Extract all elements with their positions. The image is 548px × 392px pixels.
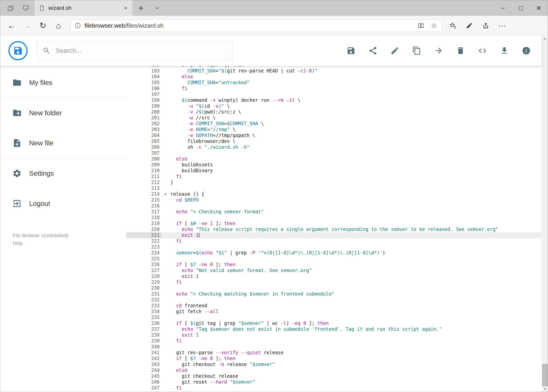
code-line-243: 243 git checkout -b release "$semver" (126, 362, 542, 367)
code-line-236: 236 if [ $(git tag | grep "$semver" | wc… (126, 320, 542, 326)
code-text: git checkout release (162, 373, 238, 379)
edit-icon[interactable] (390, 46, 400, 55)
search-input[interactable]: Search... (37, 41, 232, 61)
text-cursor (199, 233, 199, 237)
code-line-231: 231 echo "> Checking matching $semver in… (126, 291, 542, 297)
line-number: 200 (126, 109, 162, 115)
scroll-down-icon[interactable]: ▼ (542, 386, 548, 392)
line-number: 198 (126, 97, 162, 103)
browser-tab[interactable]: wizard.sh × (35, 0, 132, 16)
code-editor[interactable]: 192 if [ -d ".git" ]; then193 COMMIT_SHA… (126, 66, 542, 392)
site-info-icon[interactable] (74, 22, 81, 29)
tab-close-icon[interactable]: × (123, 5, 128, 11)
code-line-211: 211 fi (126, 174, 542, 179)
app-body: My filesNew folderNew fileSettingsLogout… (0, 66, 542, 392)
code-line-226: 226 if [ $? -ne 0 ]; then (126, 262, 542, 267)
scrollbar-thumb[interactable] (542, 364, 548, 386)
editor-toolbar (346, 46, 531, 55)
tab-bar-left (0, 0, 34, 16)
code-line-241: 241 git rev-parse --verify --quiet relea… (126, 350, 542, 356)
search-icon (43, 47, 50, 55)
code-text (162, 285, 170, 291)
line-number: 246 (126, 379, 162, 385)
code-text: buildBinary (162, 168, 213, 174)
folder-icon (12, 78, 22, 87)
line-number: 230 (126, 285, 162, 291)
line-number: 202 (126, 121, 162, 127)
download-icon[interactable] (500, 46, 509, 55)
code-text: echo "> Checking semver format" (162, 209, 264, 215)
code-line-219: 219 if [ $# -ne 1 ]; then (126, 221, 542, 226)
url-text: filebrowser.web/files/wizard.sh (84, 22, 164, 29)
hub-favorites-icon[interactable] (445, 18, 461, 34)
code-text: sh -c "./wizard.sh -b" (162, 144, 250, 150)
refresh-button[interactable]: ↻ (35, 18, 51, 34)
delete-icon[interactable] (456, 46, 465, 55)
code-line-228: 228 exit 1 (126, 273, 542, 279)
sidebar-item-settings[interactable]: Settings (0, 158, 126, 189)
new-tab-button[interactable]: + (132, 0, 149, 16)
code-line-245: 245 git checkout release (126, 373, 542, 379)
maximize-button[interactable]: □ (512, 0, 530, 16)
address-bar[interactable]: filebrowser.web/files/wizard.sh ☆ (70, 20, 442, 32)
sidebar-item-new-folder[interactable]: New folder (0, 98, 126, 128)
sidebar-item-new-file[interactable]: New file (0, 128, 126, 158)
tab-dropdown-chevron-icon[interactable] (149, 0, 165, 16)
line-number: 212 (126, 179, 162, 185)
back-button[interactable]: ← (4, 18, 19, 34)
code-text: buildAssets (162, 162, 213, 168)
set-tabs-aside-icon[interactable] (3, 0, 18, 16)
code-text (162, 203, 170, 209)
sidebar-item-label: Logout (29, 200, 50, 207)
line-number: 235 (126, 315, 162, 320)
version-text: File Browser v(untracked) (13, 231, 126, 239)
code-line-206: 206 sh -c "./wizard.sh -b" (126, 144, 542, 150)
code-line-196: 196 fi (126, 85, 542, 91)
code-text: exit 1 (162, 232, 199, 238)
line-number: 232 (126, 297, 162, 303)
copy-icon[interactable] (412, 46, 421, 55)
code-line-239: 239 fi (126, 338, 542, 344)
share-icon[interactable] (368, 46, 378, 55)
tabs-preview-icon[interactable] (18, 0, 34, 16)
filebrowser-logo[interactable] (8, 41, 28, 60)
line-number: 196 (126, 85, 162, 91)
info-icon[interactable] (522, 46, 531, 55)
line-number: 241 (126, 350, 162, 356)
tab-bar-spacer (165, 0, 494, 16)
code-text: COMMIT_SHA="untracked" (162, 80, 250, 85)
code-line-225: 225 (126, 256, 542, 262)
move-icon[interactable] (434, 46, 443, 55)
minimize-button[interactable]: ─ (494, 0, 512, 16)
line-number: 211 (126, 174, 162, 179)
close-button[interactable]: × (530, 0, 548, 16)
fold-arrow-icon[interactable]: ▾ (164, 191, 167, 197)
code-icon[interactable] (478, 46, 487, 55)
line-number: 214▾ (126, 191, 162, 197)
code-text: fi (162, 385, 182, 391)
line-number: 238 (126, 332, 162, 338)
code-text (162, 256, 170, 262)
more-options-icon[interactable]: ··· (494, 18, 510, 34)
code-line-246: 246 git reset --hard "$semver" (126, 379, 542, 385)
reading-view-icon[interactable] (417, 22, 424, 29)
code-line-220: 220 echo "This release script requires a… (126, 226, 542, 232)
page-scrollbar[interactable]: ▲ ▼ (542, 35, 548, 392)
line-number: 244 (126, 367, 162, 373)
line-number: 217 (126, 209, 162, 215)
code-line-217: 217 echo "> Checking semver format" (126, 209, 542, 215)
sidebar-item-my-files[interactable]: My files (0, 68, 126, 98)
share-page-icon[interactable] (478, 18, 494, 34)
web-note-pen-icon[interactable] (461, 18, 478, 34)
save-icon[interactable] (346, 46, 356, 55)
code-line-200: 200 -v /$(pwd):/src:z \ (126, 109, 542, 115)
sidebar-item-logout[interactable]: Logout (0, 189, 126, 219)
favorite-star-icon[interactable]: ☆ (430, 22, 438, 29)
help-link[interactable]: Help (13, 239, 126, 247)
code-text: exit 1 (162, 332, 199, 338)
forward-button[interactable]: → (19, 18, 35, 34)
home-button[interactable]: ⌂ (51, 18, 66, 34)
scroll-up-icon[interactable]: ▲ (542, 35, 548, 41)
url-domain: filebrowser.web (84, 22, 125, 29)
code-text: else (162, 156, 187, 162)
